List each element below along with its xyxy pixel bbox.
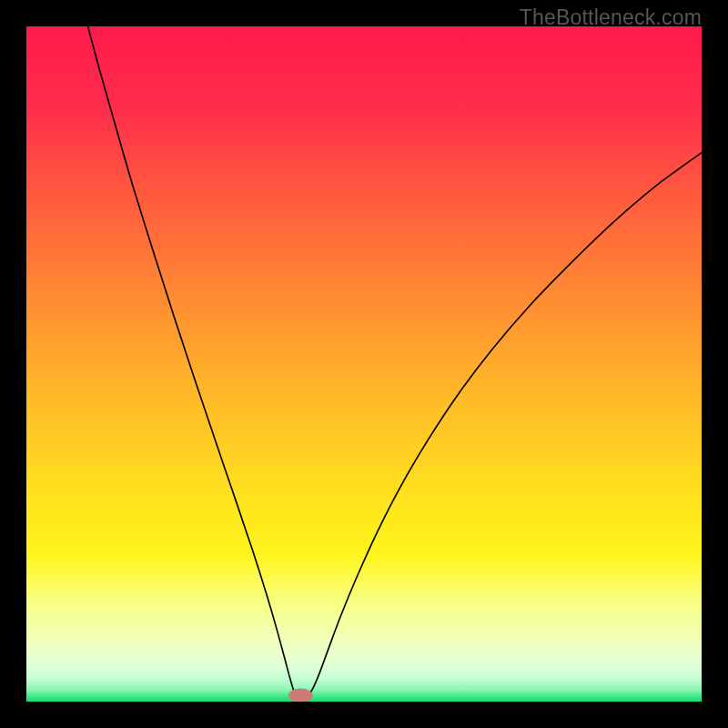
watermark-text: TheBottleneck.com [520,5,702,30]
chart-stage: TheBottleneck.com [0,0,728,728]
chart-background [26,26,702,702]
chart-plot-area [26,26,702,702]
